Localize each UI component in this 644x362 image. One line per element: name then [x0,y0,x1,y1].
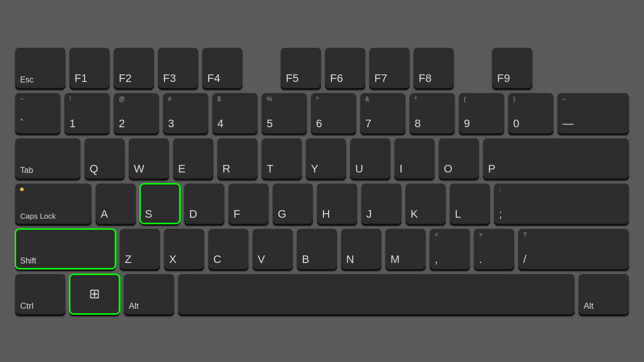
key-3[interactable]: # 3 [163,93,208,133]
key-5[interactable]: % 5 [262,93,307,133]
key-f5[interactable]: F5 [281,48,321,88]
key-y[interactable]: Y [306,138,346,178]
key-f3[interactable]: F3 [158,48,198,88]
key-f5-label: F5 [286,73,299,84]
key-m-label: M [390,254,399,265]
key-alt-left-label: Alt [129,302,139,310]
key-shift[interactable]: Shift [15,229,116,269]
key-x[interactable]: X [164,229,204,269]
key-l-label: L [455,209,461,220]
key-k[interactable]: K [406,184,446,224]
key-f8[interactable]: F8 [414,48,454,88]
key-j-label: J [366,209,372,220]
key-v[interactable]: V [253,229,293,269]
key-j[interactable]: J [361,184,401,224]
key-i[interactable]: I [394,138,435,178]
key-f3-label: F3 [163,73,176,84]
key-minus[interactable]: – — [557,93,629,133]
key-t-label: T [267,163,273,174]
key-2[interactable]: @ 2 [114,93,159,133]
key-tilde-sub: ~ [20,96,24,102]
key-semicolon[interactable]: : ; [494,184,629,224]
key-z-label: Z [125,254,131,265]
key-1[interactable]: ! 1 [64,93,110,133]
key-w-label: W [134,163,144,174]
key-q[interactable]: Q [85,138,125,178]
key-capslock-label: Caps Lock [20,212,56,220]
qwerty-row: Tab Q W E R T Y U I O P [15,138,629,178]
key-tab[interactable]: Tab [15,138,80,178]
key-y-label: Y [311,163,318,174]
key-f7-label: F7 [374,73,387,84]
key-8[interactable]: * 8 [410,93,455,133]
key-f1[interactable]: F1 [69,48,110,88]
key-f2[interactable]: F2 [114,48,154,88]
key-l[interactable]: L [450,184,490,224]
key-d[interactable]: D [184,184,224,224]
key-c-label: C [213,254,221,265]
key-esc[interactable]: Esc [15,48,65,88]
key-alt-right[interactable]: Alt [579,274,629,314]
key-t[interactable]: T [262,138,302,178]
key-4-main: 4 [217,118,223,129]
key-minus-sub: – [562,96,566,102]
key-7[interactable]: & 7 [360,93,406,133]
key-comma-main: , [435,254,438,265]
key-u[interactable]: U [350,138,390,178]
key-5-sub: % [267,96,272,102]
key-0[interactable]: ) 0 [508,93,553,133]
key-f6[interactable]: F6 [325,48,365,88]
key-f[interactable]: F [228,184,269,224]
key-p[interactable]: P [483,138,629,178]
key-ctrl[interactable]: Ctrl [15,274,65,314]
key-7-sub: & [365,96,369,102]
key-win[interactable]: ⊞ [69,274,120,314]
key-f2-label: F2 [119,73,132,84]
key-c[interactable]: C [208,229,249,269]
key-win-icon: ⊞ [89,287,100,300]
key-d-label: D [189,209,197,220]
key-comma[interactable]: < , [430,229,470,269]
key-f9[interactable]: F9 [492,48,532,88]
key-b-label: B [302,254,309,265]
key-g-label: G [278,209,286,220]
key-f4[interactable]: F4 [202,48,243,88]
key-h[interactable]: H [317,184,357,224]
zxcv-row: Shift Z X C V B N M < , > . [15,229,629,269]
key-f9-label: F9 [497,73,510,84]
key-b[interactable]: B [297,229,337,269]
key-space[interactable] [178,274,575,314]
capslock-indicator [20,188,24,191]
key-alt-left[interactable]: Alt [124,274,174,314]
key-g[interactable]: G [273,184,313,224]
key-capslock[interactable]: Caps Lock [15,184,92,224]
key-tilde[interactable]: ~ ` [15,93,60,133]
key-period-main: . [479,254,482,265]
key-w[interactable]: W [129,138,169,178]
key-r[interactable]: R [217,138,258,178]
key-f7[interactable]: F7 [369,48,410,88]
key-period[interactable]: > . [474,229,514,269]
bottom-row: Ctrl ⊞ Alt Alt [15,274,629,314]
key-e[interactable]: E [173,138,213,178]
key-n[interactable]: N [341,229,381,269]
key-f1-label: F1 [74,73,88,84]
key-shift-label: Shift [20,257,36,265]
key-slash[interactable]: ? / [518,229,629,269]
key-6[interactable]: ^ 6 [311,93,356,133]
key-a[interactable]: A [96,184,136,224]
key-z[interactable]: Z [120,229,160,269]
num-row: ~ ` ! 1 @ 2 # 3 $ 4 % 5 ^ 6 & 7 [15,93,629,133]
key-period-sub: > [479,232,482,238]
key-s[interactable]: S [140,184,180,224]
key-o[interactable]: O [439,138,479,178]
key-4-sub: $ [217,96,221,102]
key-slash-main: / [523,254,526,265]
key-9[interactable]: ( 9 [459,93,504,133]
key-4[interactable]: $ 4 [212,93,258,133]
key-q-label: Q [90,163,98,174]
key-m[interactable]: M [385,229,426,269]
key-n-label: N [346,254,354,265]
key-7-main: 7 [365,118,371,129]
key-e-label: E [178,163,186,174]
